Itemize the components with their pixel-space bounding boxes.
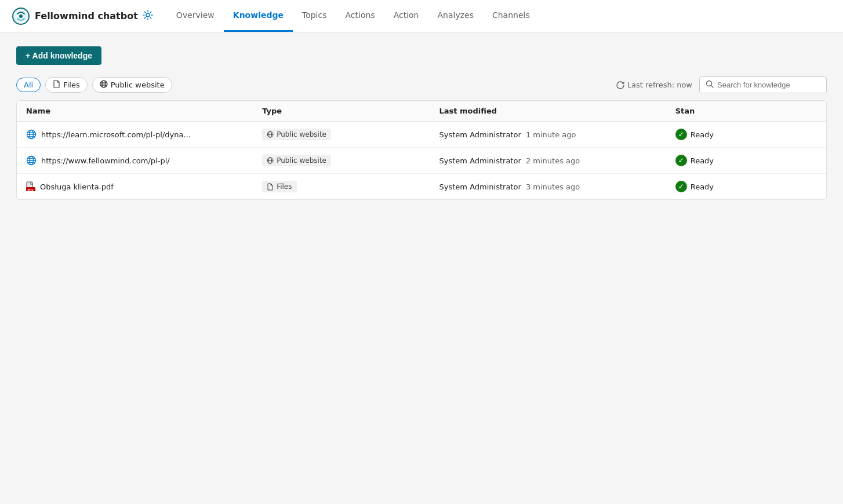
tab-action[interactable]: Action bbox=[384, 0, 428, 32]
filter-all[interactable]: All bbox=[16, 78, 41, 92]
row3-name-text: Obsługa klienta.pdf bbox=[40, 182, 114, 191]
row2-name-icon bbox=[26, 155, 37, 166]
row3-modified: System Administrator 3 minutes ago bbox=[439, 182, 675, 191]
row1-status-icon: ✓ bbox=[675, 129, 687, 140]
row2-type: Public website bbox=[262, 155, 439, 166]
filter-files-label: Files bbox=[63, 81, 80, 89]
filter-chips: All Files bbox=[16, 77, 172, 93]
row1-type: Public website bbox=[262, 129, 439, 140]
row1-name-icon bbox=[26, 129, 37, 140]
search-box[interactable] bbox=[699, 76, 827, 93]
filter-public-website-label: Public website bbox=[111, 81, 165, 89]
svg-point-2 bbox=[146, 13, 150, 17]
tab-overview[interactable]: Overview bbox=[167, 0, 224, 32]
svg-line-9 bbox=[711, 86, 714, 88]
refresh-icon bbox=[616, 81, 624, 89]
row2-type-icon bbox=[267, 157, 274, 164]
row3-status-icon: ✓ bbox=[675, 181, 687, 192]
filter-bar: All Files bbox=[16, 76, 827, 93]
row1-type-badge: Public website bbox=[262, 129, 331, 140]
col-stan: Stan bbox=[675, 107, 817, 115]
row2-name-text: https://www.fellowmind.com/pl-pl/ bbox=[41, 156, 170, 165]
settings-icon[interactable] bbox=[143, 10, 153, 23]
row2-status: ✓ Ready bbox=[675, 155, 817, 166]
row3-name: PDF Obsługa klienta.pdf bbox=[26, 181, 262, 192]
tab-actions[interactable]: Actions bbox=[336, 0, 384, 32]
table-row[interactable]: PDF Obsługa klienta.pdf Files System Adm… bbox=[17, 174, 826, 199]
topbar: Fellowmind chatbot Overview Knowledge To… bbox=[0, 0, 843, 32]
row2-modified: System Administrator 2 minutes ago bbox=[439, 156, 675, 165]
app-logo-icon bbox=[12, 7, 30, 25]
globe-chip-icon bbox=[100, 80, 108, 90]
search-input[interactable] bbox=[717, 81, 820, 89]
svg-text:PDF: PDF bbox=[28, 188, 34, 192]
row1-type-icon bbox=[267, 131, 274, 138]
row1-modified: System Administrator 1 minute ago bbox=[439, 130, 675, 139]
app-title: Fellowmind chatbot bbox=[35, 10, 138, 21]
refresh-label: Last refresh: now bbox=[616, 81, 692, 89]
row2-name: https://www.fellowmind.com/pl-pl/ bbox=[26, 155, 262, 166]
filter-right: Last refresh: now bbox=[616, 76, 827, 93]
filter-public-website[interactable]: Public website bbox=[92, 77, 172, 93]
svg-point-1 bbox=[19, 14, 23, 18]
row3-type-badge: Files bbox=[262, 181, 296, 192]
add-knowledge-button[interactable]: + Add knowledge bbox=[16, 46, 101, 65]
row2-status-icon: ✓ bbox=[675, 155, 687, 166]
knowledge-table: Name Type Last modified Stan https://lea… bbox=[16, 100, 827, 200]
col-modified: Last modified bbox=[439, 107, 675, 115]
filter-all-label: All bbox=[24, 81, 33, 89]
table-header: Name Type Last modified Stan bbox=[17, 101, 826, 122]
tab-knowledge[interactable]: Knowledge bbox=[224, 0, 293, 32]
row3-name-icon: PDF bbox=[26, 181, 35, 192]
table-row[interactable]: https://learn.microsoft.com/pl-pl/dyna..… bbox=[17, 122, 826, 148]
table-row[interactable]: https://www.fellowmind.com/pl-pl/ Public… bbox=[17, 148, 826, 174]
tab-channels[interactable]: Channels bbox=[483, 0, 539, 32]
col-name: Name bbox=[26, 107, 262, 115]
file-chip-icon bbox=[53, 80, 60, 90]
refresh-text: Last refresh: now bbox=[627, 81, 692, 89]
nav-tabs: Overview Knowledge Topics Actions Action… bbox=[167, 0, 539, 32]
row3-type-icon bbox=[267, 183, 274, 191]
main-content: + Add knowledge All Files bbox=[0, 32, 843, 504]
search-icon bbox=[706, 80, 714, 90]
row1-name: https://learn.microsoft.com/pl-pl/dyna..… bbox=[26, 129, 262, 140]
row2-type-badge: Public website bbox=[262, 155, 331, 166]
row1-status: ✓ Ready bbox=[675, 129, 817, 140]
filter-files[interactable]: Files bbox=[45, 77, 88, 93]
app-logo: Fellowmind chatbot bbox=[12, 7, 153, 25]
tab-analyzes[interactable]: Analyzes bbox=[428, 0, 483, 32]
row3-type: Files bbox=[262, 181, 439, 192]
col-type: Type bbox=[262, 107, 439, 115]
row3-status: ✓ Ready bbox=[675, 181, 817, 192]
row1-name-text: https://learn.microsoft.com/pl-pl/dyna..… bbox=[41, 130, 191, 139]
tab-topics[interactable]: Topics bbox=[293, 0, 336, 32]
